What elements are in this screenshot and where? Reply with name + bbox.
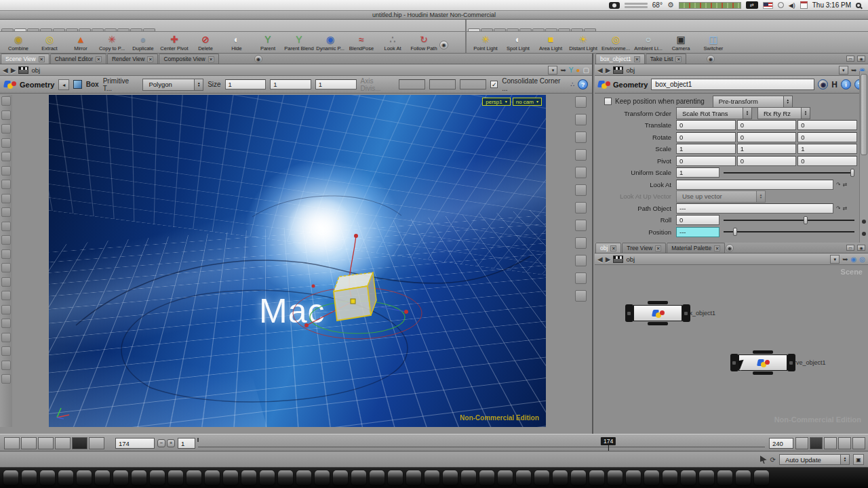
dock-app-icon[interactable] [113,470,128,485]
dock-app-icon[interactable] [608,470,623,485]
shelf-tool[interactable]: ⊘Delete [190,34,221,52]
path-dropdown-button[interactable]: ▾ [548,66,557,75]
dock-app-icon[interactable] [58,470,73,485]
shelf-tool[interactable]: ○Ambient Li... [632,34,665,52]
position-field[interactable]: --- [676,227,719,237]
shelf-tab[interactable] [143,28,155,31]
shelf-tab[interactable] [468,28,480,31]
view-control-icon[interactable] [575,290,587,302]
op-jump-icon[interactable]: ⇄ [843,205,848,211]
viewport-tool-icon[interactable] [1,207,11,217]
node-left-flag[interactable] [625,304,633,322]
uniform-scale-field[interactable]: 1 [676,167,719,178]
viewport-tool-icon[interactable] [1,194,11,203]
shelf-tab[interactable] [40,28,52,31]
position-slider[interactable] [724,231,854,232]
param-scrollbar[interactable] [859,71,868,243]
page-icon[interactable]: ▢ [583,66,589,75]
shelf-tool[interactable]: ✚Center Pivot [159,34,190,52]
glass-icon[interactable]: Y [569,66,574,75]
box-object-gizmo[interactable] [286,210,462,366]
dock-app-icon[interactable] [186,470,201,485]
viewport-tool-icon[interactable] [1,166,11,176]
dock-app-icon[interactable] [132,470,146,485]
menubar-clock[interactable]: Thu 3:16 PM [812,1,851,9]
dock-app-icon[interactable] [370,470,384,485]
dock-app-icon[interactable] [406,470,421,485]
pane-tab[interactable]: Channel Editor✕ [50,54,106,64]
dock-app-icon[interactable] [77,470,92,485]
pin-icon[interactable]: ➥ [560,66,566,75]
pane-tab-add-button[interactable]: ◉ [707,55,715,63]
timeline-tick[interactable] [198,437,199,442]
shelf-tool[interactable]: ≈BlendPose [346,34,377,52]
sphere-icon[interactable]: ● [576,66,580,75]
viewport-tool-icon[interactable] [1,333,11,342]
dock-app-icon[interactable] [663,470,677,485]
pane-tab[interactable]: Tree View✕ [622,243,666,253]
pane-tab[interactable]: Scene View✕ [1,54,50,64]
shelf-tab[interactable] [481,28,493,31]
link-icon[interactable]: ◉ [851,255,857,264]
dock-app-icon[interactable] [40,470,55,485]
viewport-tool-icon[interactable] [1,346,11,356]
find-icon[interactable]: ◎ [859,255,865,264]
dock-app-icon[interactable] [626,470,641,485]
dock-app-icon[interactable] [461,470,476,485]
memory-icon[interactable]: ▣ [853,454,864,465]
current-frame-marker[interactable]: 174 [601,437,616,445]
pivot-x-field[interactable]: 0 [676,156,736,166]
shelf-tab[interactable] [66,28,78,31]
shelf-tool[interactable]: ✳Copy to P... [96,34,127,52]
close-tab-icon[interactable]: ✕ [714,245,720,251]
dock-app-icon[interactable] [644,470,659,485]
shelf-tool[interactable]: ◫Switcher [697,34,730,52]
viewport-tool-icon[interactable] [1,222,11,231]
dock-app-icon[interactable] [388,470,403,485]
pane-tab-add-button[interactable]: ◉ [726,244,734,252]
dock-app-icon[interactable] [333,470,348,485]
close-tab-icon[interactable]: ✕ [39,56,45,62]
dock-app-icon[interactable] [534,470,549,485]
meter-widget[interactable] [679,2,741,9]
pane-tab[interactable]: obj✕ [595,243,621,253]
dock-app-icon[interactable] [351,470,366,485]
shelf-tool[interactable]: YParent Blend [283,34,315,52]
path-text[interactable]: obj [626,66,835,74]
end-frame-field[interactable]: 240 [769,438,793,449]
shelf-tab[interactable] [519,28,532,31]
forward-arrow-icon[interactable]: ▶ [11,66,16,74]
gear-icon[interactable]: ⚙ [667,1,674,9]
shelf-tool[interactable]: ■Area Light [534,34,567,52]
translate-x-field[interactable]: 0 [676,120,736,130]
network-canvas[interactable]: Scene box_object1 curve_object1 [595,265,868,432]
viewport-tool-icon[interactable] [1,263,11,272]
path-text[interactable]: obj [626,256,827,263]
select-cursor-icon[interactable] [760,455,767,464]
dock-app-icon[interactable] [681,470,696,485]
transport-button[interactable] [72,437,87,449]
dock-app-icon[interactable] [278,470,293,485]
rotate-x-field[interactable]: 0 [676,132,736,142]
playbar-option-button[interactable] [824,437,837,449]
dock-app-icon[interactable] [3,470,18,485]
dock-app-icon[interactable] [425,470,439,485]
viewport-tool-icon[interactable] [1,110,11,120]
pivot-z-field[interactable]: 0 [797,156,857,166]
houdini-expression-button[interactable]: H [831,80,837,89]
transport-button[interactable] [4,437,20,449]
playbar-option-button[interactable] [795,437,808,449]
pane-maximize-icon[interactable]: ▭ [846,245,854,251]
view-control-icon[interactable] [575,272,587,284]
op-jump-icon[interactable]: ⇄ [843,182,848,188]
shelf-tool[interactable]: ☀Distant Light [567,34,599,52]
frame-increment-button[interactable]: + [167,439,175,447]
dock-app-icon[interactable] [516,470,531,485]
shelf-tab[interactable] [545,28,557,31]
context-label[interactable]: Geometry [20,81,54,89]
view-control-icon[interactable] [575,114,587,125]
back-arrow-icon[interactable]: ◀ [597,256,603,263]
shelf-tab[interactable] [558,28,570,31]
viewport-nocam-label[interactable]: no cam▾ [513,98,542,106]
viewport-tool-icon[interactable] [1,152,11,161]
